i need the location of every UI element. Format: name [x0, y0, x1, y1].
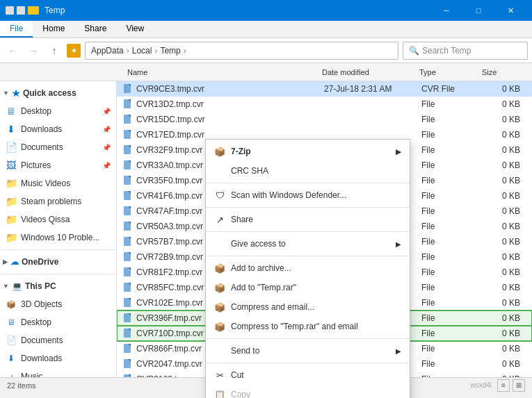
- address-path[interactable]: AppData › Local › Temp ›: [85, 42, 398, 60]
- file-type: File: [421, 99, 484, 109]
- path-temp[interactable]: Temp: [160, 46, 180, 56]
- file-type-icon: [122, 297, 134, 308]
- sidebar-item-desktop-pc[interactable]: 🖥 Desktop: [0, 313, 116, 331]
- sidebar-item-steam-label: Steam problems: [21, 197, 111, 206]
- tab-home[interactable]: Home: [33, 21, 74, 38]
- file-name: CVR15DC.tmp.cvr: [136, 115, 324, 124]
- share-icon: ↗: [214, 214, 225, 225]
- onedrive-label: OneDrive: [22, 257, 58, 267]
- file-type: File: [421, 160, 484, 170]
- sidebar: ▼ ★ Quick access 🖥 Desktop 📌 ⬇ Downloads…: [0, 81, 117, 377]
- file-size: 0 KB: [484, 130, 526, 140]
- give-access-label: Give access to: [231, 239, 286, 249]
- tab-file[interactable]: File: [0, 21, 33, 38]
- file-type: File: [421, 130, 484, 140]
- col-size-header[interactable]: Size: [476, 68, 532, 76]
- sidebar-item-downloads-pc[interactable]: ⬇ Downloads: [0, 349, 116, 367]
- file-name: CVR13D2.tmp.cvr: [136, 99, 324, 109]
- file-type: File: [421, 191, 484, 201]
- context-menu-item-scan-defender[interactable]: 🛡Scan with Windows Defender...: [206, 185, 410, 205]
- sidebar-item-3d-label: 3D Objects: [21, 299, 111, 309]
- crc-sha-icon: [214, 165, 225, 176]
- context-menu-item-sevenzip[interactable]: 📦7-Zip▶: [206, 142, 410, 161]
- quick-access-group[interactable]: ▼ ★ Quick access: [0, 84, 116, 102]
- forward-button[interactable]: →: [25, 42, 42, 59]
- col-name-header[interactable]: Name: [122, 68, 316, 76]
- close-button[interactable]: ✕: [494, 0, 526, 21]
- sidebar-item-windows10[interactable]: 📁 Windows 10 Proble...: [0, 229, 116, 247]
- quick-access-star-icon: ★: [12, 88, 20, 99]
- table-row[interactable]: CVR13D2.tmp.cvr File 0 KB: [117, 97, 532, 112]
- sidebar-item-downloads[interactable]: ⬇ Downloads 📌: [0, 120, 116, 138]
- sidebar-item-music[interactable]: ♪ Music: [0, 367, 116, 377]
- col-date-header[interactable]: Date modified: [316, 68, 414, 76]
- view-toggle[interactable]: ≡ ⊞: [497, 379, 525, 392]
- sidebar-item-documents[interactable]: 📄 Documents 📌: [0, 138, 116, 156]
- file-type-icon: [122, 129, 134, 140]
- grid-view-button[interactable]: ⊞: [513, 379, 525, 392]
- maximize-button[interactable]: □: [462, 0, 494, 21]
- file-type-icon: [122, 221, 134, 232]
- onedrive-chevron: ▶: [3, 258, 8, 265]
- crc-sha-label: CRC SHA: [231, 166, 268, 176]
- sidebar-item-downloads-label: Downloads: [21, 124, 98, 134]
- context-menu-item-add-archive[interactable]: 📦Add to archive...: [206, 258, 410, 278]
- ribbon: File Home Share View: [0, 21, 532, 38]
- add-archive-icon: 📦: [214, 263, 225, 274]
- sidebar-item-pictures[interactable]: 🖼 Pictures 📌: [0, 156, 116, 174]
- file-type: File: [421, 222, 484, 231]
- file-type-icon: [122, 99, 134, 110]
- file-type-icon: [122, 144, 134, 156]
- context-menu-item-share[interactable]: ↗Share: [206, 210, 410, 229]
- context-menu-item-add-temp-rar[interactable]: 📦Add to "Temp.rar": [206, 278, 410, 297]
- path-appdata[interactable]: AppData: [91, 46, 124, 56]
- file-type-icon: [122, 114, 134, 125]
- tab-view[interactable]: View: [116, 21, 154, 38]
- file-name: CVR17ED.tmp.cvr: [136, 130, 324, 140]
- sidebar-item-videos-qissa[interactable]: 📁 Videos Qissa: [0, 210, 116, 229]
- context-menu-separator: [206, 363, 410, 363]
- title-bar-controls[interactable]: ─ □ ✕: [430, 0, 526, 21]
- file-name: CVR9CE3.tmp.cvr: [136, 84, 324, 94]
- sevenzip-arrow-icon: ▶: [396, 148, 401, 156]
- this-pc-group[interactable]: ▼ 💻 This PC: [0, 277, 116, 295]
- col-type-header[interactable]: Type: [414, 68, 476, 76]
- sidebar-item-steam-problems[interactable]: 📁 Steam problems: [0, 192, 116, 210]
- sidebar-item-windows10-label: Windows 10 Proble...: [21, 233, 111, 242]
- file-type-icon: [122, 236, 134, 247]
- window-icon-folder: [28, 6, 39, 15]
- search-box[interactable]: 🔍 Search Temp: [403, 42, 528, 60]
- sevenzip-icon: 📦: [214, 146, 225, 157]
- context-menu-item-compress-temp-email[interactable]: 📦Compress to "Temp.rar" and email: [206, 317, 410, 336]
- context-menu[interactable]: 📦7-Zip▶CRC SHA🛡Scan with Windows Defende…: [205, 139, 410, 398]
- add-archive-label: Add to archive...: [231, 263, 291, 273]
- context-menu-item-crc-sha[interactable]: CRC SHA: [206, 161, 410, 181]
- onedrive-group[interactable]: ▶ ☁ OneDrive: [0, 253, 116, 271]
- file-type: File: [421, 283, 484, 292]
- table-row[interactable]: CVR15DC.tmp.cvr File 0 KB: [117, 112, 532, 127]
- context-menu-separator: [206, 231, 410, 232]
- quick-access-icon: ★: [67, 44, 81, 58]
- sidebar-item-documents-pc[interactable]: 📄 Documents: [0, 331, 116, 349]
- context-menu-item-send-to[interactable]: Send to▶: [206, 341, 410, 360]
- minimize-button[interactable]: ─: [430, 0, 462, 21]
- context-menu-item-cut[interactable]: ✂Cut: [206, 365, 410, 385]
- file-size: 0 KB: [484, 267, 526, 277]
- sidebar-item-music-videos[interactable]: 📁 Music Videos: [0, 174, 116, 192]
- up-button[interactable]: ↑: [46, 42, 63, 59]
- back-button[interactable]: ←: [4, 42, 21, 59]
- file-date: 27-Jul-18 2:31 AM: [324, 84, 421, 94]
- sidebar-item-desktop[interactable]: 🖥 Desktop 📌: [0, 102, 116, 120]
- desktop-pin-icon: 📌: [102, 108, 111, 115]
- send-to-icon: [214, 345, 225, 356]
- table-row[interactable]: CVR9CE3.tmp.cvr 27-Jul-18 2:31 AM CVR Fi…: [117, 81, 532, 97]
- list-view-button[interactable]: ≡: [497, 379, 510, 392]
- context-menu-item-compress-email[interactable]: 📦Compress and email...: [206, 297, 410, 317]
- sidebar-item-3d-objects[interactable]: 📦 3D Objects: [0, 295, 116, 313]
- sevenzip-label: 7-Zip: [231, 147, 251, 156]
- path-local[interactable]: Local: [132, 46, 152, 56]
- context-menu-separator: [206, 256, 410, 256]
- tab-share[interactable]: Share: [74, 21, 116, 38]
- sidebar-item-desktop-pc-label: Desktop: [21, 317, 111, 327]
- context-menu-item-give-access[interactable]: Give access to▶: [206, 234, 410, 254]
